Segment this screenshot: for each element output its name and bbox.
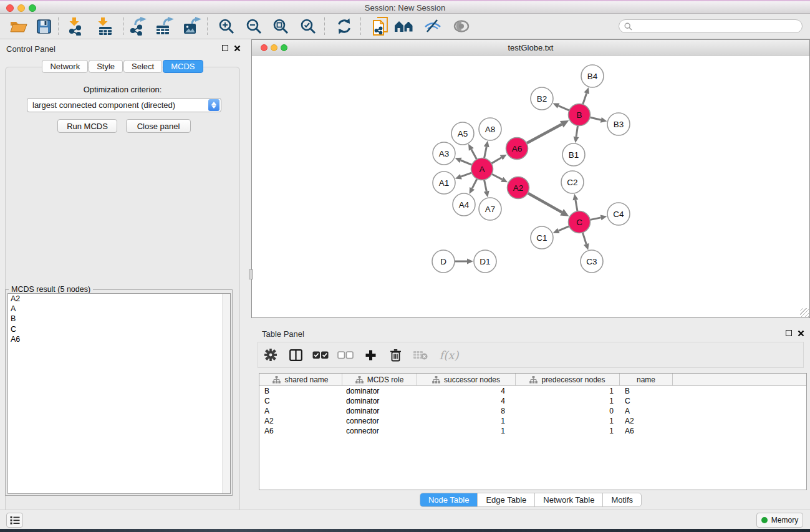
edge-A-A4[interactable]: [472, 179, 477, 188]
graph-node-label: B1: [569, 150, 579, 160]
tab-motifs[interactable]: Motifs: [602, 493, 641, 506]
zoom-out-button[interactable]: [243, 16, 265, 37]
table-header-row: shared nameMCDS rolesuccessor nodesprede…: [259, 374, 806, 386]
import-network-button[interactable]: [65, 16, 87, 37]
zoom-fit-button[interactable]: [269, 16, 292, 37]
new-network-from-selection-button[interactable]: [369, 16, 392, 37]
table-cell: 1: [417, 416, 516, 426]
deselect-all-rows-button[interactable]: [333, 344, 358, 366]
column-header-name[interactable]: name: [620, 374, 673, 386]
run-mcds-button[interactable]: Run MCDS: [57, 119, 117, 133]
table-float-icon[interactable]: [786, 330, 793, 337]
tab-select[interactable]: Select: [123, 60, 162, 73]
tab-network[interactable]: Network: [42, 60, 88, 73]
table-cell: A2: [620, 416, 673, 426]
close-panel-button[interactable]: Close panel: [126, 119, 191, 133]
tab-style[interactable]: Style: [89, 60, 123, 73]
edge-B-B1[interactable]: [576, 126, 577, 137]
tab-node-table[interactable]: Node Table: [420, 493, 478, 506]
result-item[interactable]: A6: [8, 334, 230, 344]
graph-node-label: A2: [513, 183, 524, 193]
zoom-in-button[interactable]: [215, 16, 238, 37]
table-cell: dominator: [342, 406, 417, 416]
search-input[interactable]: [632, 21, 802, 31]
table-row[interactable]: Adominator80A: [259, 406, 806, 416]
table-close-icon[interactable]: [798, 330, 805, 337]
export-table-button[interactable]: [153, 16, 176, 37]
delete-table-button[interactable]: [408, 344, 433, 366]
import-table-button[interactable]: [94, 16, 116, 37]
apply-layout-button[interactable]: [333, 16, 355, 37]
search-field[interactable]: [619, 19, 803, 33]
hide-graphics-details-button[interactable]: [422, 16, 444, 37]
toggle-column-panel-button[interactable]: [283, 344, 308, 366]
close-panel-icon[interactable]: [234, 45, 241, 52]
select-all-rows-button[interactable]: [308, 344, 333, 366]
graph-node-label: D1: [480, 257, 490, 266]
edge-B-B2[interactable]: [559, 106, 569, 110]
edge-A-A2[interactable]: [492, 174, 502, 179]
table-settings-button[interactable]: [258, 344, 283, 366]
node-table[interactable]: shared nameMCDS rolesuccessor nodesprede…: [259, 373, 807, 490]
edge-A-A3[interactable]: [461, 160, 472, 165]
show-graphics-details-button[interactable]: [393, 16, 415, 37]
edge-A2-C[interactable]: [528, 193, 562, 213]
edge-C-C4[interactable]: [591, 218, 601, 220]
network-graph[interactable]: B4B2BB3A5A8A6A3B1AA1C2A2A4A7C4CC1C3DD1: [253, 56, 809, 317]
result-item[interactable]: A: [8, 304, 230, 314]
criterion-dropdown-value: largest connected component (directed): [27, 100, 208, 110]
delete-column-button[interactable]: [383, 344, 408, 366]
level-of-detail-button[interactable]: [450, 16, 473, 37]
splitter-handle[interactable]: [249, 269, 253, 279]
function-builder-button[interactable]: f(x): [433, 344, 465, 366]
export-image-button[interactable]: [181, 16, 203, 37]
task-history-button[interactable]: [6, 513, 23, 528]
table-cell: 1: [516, 396, 620, 406]
eye-slash-icon: [424, 19, 441, 34]
edge-A-A7[interactable]: [485, 180, 487, 191]
criterion-dropdown[interactable]: largest connected component (directed): [27, 98, 221, 112]
window-resize-grip[interactable]: [800, 308, 809, 317]
edge-B-B4[interactable]: [583, 93, 587, 104]
edge-B-B3[interactable]: [591, 117, 601, 120]
mcds-result-group: MCDS result (5 nodes) A2ABCA6: [5, 289, 233, 496]
column-header-shared-name[interactable]: shared name: [259, 374, 342, 386]
column-header-successor-nodes[interactable]: successor nodes: [417, 374, 516, 386]
open-file-button[interactable]: [7, 16, 30, 37]
table-row[interactable]: Cdominator41C: [259, 396, 806, 406]
zoom-selected-button[interactable]: [297, 16, 319, 37]
graph-node-label: B: [576, 110, 582, 120]
tab-network-table[interactable]: Network Table: [534, 493, 602, 506]
create-column-button[interactable]: [358, 344, 383, 366]
result-scrollbar[interactable]: [222, 294, 230, 493]
column-header-predecessor-nodes[interactable]: predecessor nodes: [516, 374, 620, 386]
float-panel-icon[interactable]: [222, 45, 229, 52]
memory-button[interactable]: Memory: [756, 513, 803, 528]
edge-arrowhead: [467, 259, 473, 264]
column-header-MCDS-role[interactable]: MCDS role: [342, 374, 417, 386]
edge-C-C1[interactable]: [559, 226, 569, 231]
table-cell: A: [620, 406, 673, 416]
edge-A-A5[interactable]: [471, 149, 477, 159]
edge-C-C2[interactable]: [576, 200, 577, 211]
table-cell: 0: [516, 406, 620, 416]
export-network-button[interactable]: [127, 16, 150, 37]
table-row[interactable]: A6connector11A6: [259, 426, 806, 436]
edge-A-A8[interactable]: [485, 147, 487, 158]
tab-edge-table[interactable]: Edge Table: [477, 493, 534, 506]
tab-mcds[interactable]: MCDS: [163, 60, 203, 73]
edge-C-C3[interactable]: [582, 233, 586, 244]
edge-A-A1[interactable]: [461, 173, 471, 177]
result-item[interactable]: B: [8, 314, 230, 324]
result-item[interactable]: C: [8, 324, 230, 334]
export-network-icon: [129, 17, 148, 36]
application-window: Session: New Session: [0, 0, 810, 532]
save-session-button[interactable]: [32, 16, 55, 37]
mcds-result-list[interactable]: A2ABCA6: [7, 293, 231, 494]
table-row[interactable]: Bdominator41B: [259, 386, 806, 396]
edge-A6-B[interactable]: [527, 124, 562, 143]
result-item[interactable]: A2: [8, 294, 230, 304]
edge-A-A6[interactable]: [492, 158, 502, 163]
network-canvas[interactable]: B4B2BB3A5A8A6A3B1AA1C2A2A4A7C4CC1C3DD1: [253, 56, 809, 317]
table-row[interactable]: A2connector11A2: [259, 416, 806, 426]
